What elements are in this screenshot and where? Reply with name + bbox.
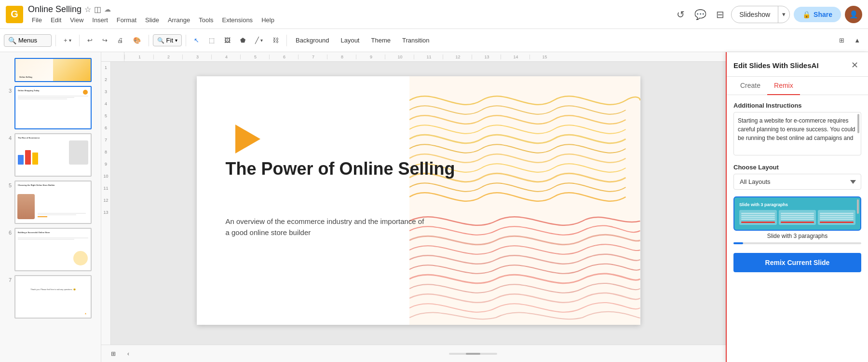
menu-file[interactable]: File — [28, 15, 46, 25]
ruler-left-1: 1 — [105, 62, 107, 74]
select-btn[interactable]: ↖ — [190, 34, 203, 46]
ruler-left-12: 12 — [103, 195, 108, 207]
thumb-7[interactable]: Thank you. Please feel free to ask any q… — [14, 275, 92, 319]
comment-icon[interactable]: 💬 — [692, 6, 709, 23]
new-slide-btn[interactable]: + ▾ — [60, 34, 75, 46]
history-icon[interactable]: ↺ — [674, 6, 688, 23]
ruler-mark-1: 1 — [124, 55, 153, 59]
top-bar: G Online Selling ☆ ◫ ☁ File Edit View In… — [0, 0, 868, 29]
search-input[interactable] — [18, 37, 47, 44]
thumb-3[interactable]: Online Shopping Today — [14, 86, 92, 129]
star-icon[interactable]: ☆ — [84, 5, 91, 14]
ruler-left: 1 2 3 4 5 6 7 8 9 10 11 12 13 — [101, 62, 111, 362]
search-box[interactable]: 🔍 — [4, 34, 52, 47]
slide-thumb-5[interactable]: 5 Choosing the Right Online Store Builde… — [0, 179, 101, 226]
shape-btn[interactable]: ⬟ — [236, 34, 249, 46]
layout-section: Choose Layout All Layouts Title Slide Co… — [733, 164, 861, 190]
drive-icon[interactable]: ◫ — [94, 5, 101, 14]
redo-btn[interactable]: ↪ — [98, 34, 111, 46]
instructions-label: Additional Instructions — [733, 102, 861, 109]
slide-thumb-6[interactable]: 6 Building a Successful Online Store — [0, 226, 101, 273]
thumb-4[interactable]: The Rise of Ecommerce — [14, 133, 92, 177]
preview-accent — [820, 222, 854, 223]
preview-line — [820, 215, 854, 216]
present-mode-icon[interactable]: ⊟ — [713, 6, 727, 23]
zoom-box[interactable]: 🔍 Fit ▾ — [153, 34, 182, 46]
thumb-partial[interactable]: Online Selling — [14, 58, 92, 82]
ruler-mark-3: 3 — [182, 55, 211, 59]
tab-create[interactable]: Create — [733, 77, 767, 95]
grid-view-btn[interactable]: ⊞ — [107, 348, 120, 359]
user-avatar[interactable]: 👤 — [845, 6, 862, 23]
ruler-mark-6: 6 — [269, 55, 298, 59]
right-panel: Edit Slides With SlidesAI ✕ Create Remix… — [726, 52, 868, 362]
ruler-left-2: 2 — [105, 74, 107, 86]
paint-icon: 🎨 — [133, 37, 141, 44]
paint-format-btn[interactable]: 🎨 — [129, 34, 145, 46]
collapse-panel-btn[interactable]: ‹ — [123, 348, 133, 359]
scroll-indicator[interactable] — [449, 353, 497, 355]
menu-help[interactable]: Help — [258, 15, 278, 25]
tab-remix[interactable]: Remix — [767, 77, 800, 95]
menu-format[interactable]: Format — [113, 15, 140, 25]
preview-card-title: Slide with 3 paragraphs — [739, 202, 855, 207]
background-btn[interactable]: Background — [291, 34, 334, 46]
toolbar-collapse-btn[interactable]: ▲ — [850, 34, 864, 46]
preview-col-2 — [779, 210, 816, 225]
slide-thumb-7[interactable]: 7 Thank you. Please feel free to ask any… — [0, 273, 101, 320]
menu-arrange[interactable]: Arrange — [164, 15, 194, 25]
menu-slide[interactable]: Slide — [141, 15, 163, 25]
panel-header: Edit Slides With SlidesAI ✕ — [727, 52, 868, 77]
remix-current-slide-btn[interactable]: Remix Current Slide — [733, 253, 861, 272]
share-button[interactable]: 🔒 Share — [794, 7, 841, 22]
shape-icon: ⬟ — [240, 37, 245, 44]
instructions-textarea[interactable]: Starting a website for e-commerce requir… — [733, 112, 861, 155]
bottom-bar: ⊞ ‹ › — [101, 345, 726, 362]
layout-label: Choose Layout — [733, 164, 861, 171]
transition-btn[interactable]: Transition — [397, 34, 434, 46]
ruler-mark-9: 9 — [356, 55, 385, 59]
thumb-5[interactable]: Choosing the Right Online Store Builder — [14, 181, 92, 224]
zoom-dropdown-icon: ▾ — [175, 38, 177, 43]
divider-1 — [55, 35, 56, 46]
slide-num-7: 7 — [4, 275, 12, 283]
line-btn[interactable]: ╱ ▾ — [251, 34, 267, 46]
line-dropdown-icon: ▾ — [260, 38, 263, 43]
slide-thumb-4[interactable]: 4 The Rise of Ecommerce — [0, 131, 101, 179]
menu-tools[interactable]: Tools — [195, 15, 217, 25]
preview-line — [741, 213, 775, 214]
thumb-6[interactable]: Building a Successful Online Store — [14, 228, 92, 271]
textbox-btn[interactable]: ⬚ — [205, 34, 218, 46]
ruler-mark-8: 8 — [327, 55, 356, 59]
menu-insert[interactable]: Insert — [88, 15, 112, 25]
menu-edit[interactable]: Edit — [47, 15, 65, 25]
plus-icon: + — [64, 37, 68, 44]
layout-preview-card[interactable]: Slide with 3 paragraphs — [733, 196, 861, 231]
print-btn[interactable]: 🖨 — [113, 34, 127, 46]
menu-view[interactable]: View — [66, 15, 87, 25]
arrange-btn[interactable]: ⊞ — [835, 34, 848, 46]
cloud-icon: ☁ — [104, 5, 111, 13]
theme-btn[interactable]: Theme — [366, 34, 395, 46]
image-btn[interactable]: 🖼 — [220, 34, 234, 46]
undo-btn[interactable]: ↩ — [83, 34, 96, 46]
canvas-area: 1 2 3 4 5 6 7 8 9 10 11 12 13 14 15 1 2 … — [101, 52, 726, 362]
slideshow-dropdown-btn[interactable]: ▾ — [778, 6, 789, 23]
slide-canvas[interactable]: The Power of Online Selling An overview … — [197, 76, 640, 325]
slide-thumb-partial[interactable]: Online Selling — [0, 56, 101, 84]
scroll-thumb — [466, 353, 480, 355]
link-btn[interactable]: ⛓ — [269, 34, 283, 46]
panel-content: Additional Instructions Starting a websi… — [727, 95, 868, 362]
slide-thumb-3[interactable]: 3 Online Shopping Today — [0, 84, 101, 131]
layout-preview-section: Slide with 3 paragraphs — [733, 196, 861, 244]
menu-extensions[interactable]: Extensions — [218, 15, 257, 25]
slideshow-main-btn[interactable]: Slideshow — [732, 6, 778, 23]
panel-close-btn[interactable]: ✕ — [848, 59, 861, 71]
ruler-mark-12: 12 — [443, 55, 472, 59]
chevron-down-icon: ▾ — [69, 38, 71, 43]
layout-btn[interactable]: Layout — [336, 34, 364, 46]
layout-dropdown[interactable]: All Layouts Title Slide Content Slide Tw… — [733, 174, 861, 190]
app-icon: G — [6, 6, 23, 23]
ruler-left-11: 11 — [103, 182, 108, 195]
slide-background-decoration — [409, 76, 640, 325]
